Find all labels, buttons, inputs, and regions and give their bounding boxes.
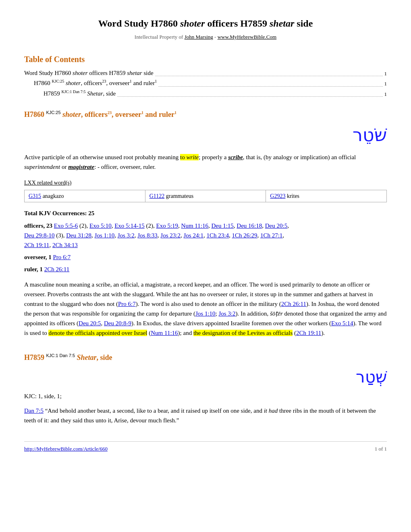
occ-ref-jos110[interactable]: Jos 1:10 xyxy=(95,232,115,239)
occ-ref-jos232[interactable]: Jos 23:2 xyxy=(160,232,181,239)
h7860-body2: A masculine noun meaning a scribe, an of… xyxy=(24,280,387,338)
occ-ref-jos833[interactable]: Jos 8:33 xyxy=(137,232,158,239)
dan-italic: it had xyxy=(264,407,278,414)
body2-highlight1: denote the officials appointed over Isra… xyxy=(48,330,147,336)
title-part2: officers H7859 xyxy=(205,18,270,29)
body2-ref-pro67[interactable]: Pro 6:7 xyxy=(118,301,136,307)
occurrences-block: officers, 23 Exo 5:5-6 (2), Exo 5:10, Ex… xyxy=(24,221,387,274)
body1-text4: or xyxy=(60,164,68,170)
occ-ref-2ch3413[interactable]: 2Ch 34:13 xyxy=(52,242,78,248)
h7860-suffix: , officers xyxy=(81,110,108,118)
occ-ref-jos32[interactable]: Jos 3:2 xyxy=(118,232,135,239)
occ-ref-deu2981[interactable]: Deu 29:8-10 xyxy=(24,232,54,239)
occ-overseer-line: overseer, 1 Pro 6:7 xyxy=(24,252,387,262)
h7860-prefix: H7860 xyxy=(24,110,46,118)
subtitle: Intellectual Property of John Marsing - … xyxy=(24,33,387,41)
occ-ruler-line: ruler, 1 2Ch 26:11 xyxy=(24,264,387,274)
occ-officers-line: officers, 23 Exo 5:5-6 (2), Exo 5:10, Ex… xyxy=(24,221,387,250)
body2-ref-jos32[interactable]: Jos 3:2 xyxy=(219,310,236,317)
lxx-label: LXX related word(s) xyxy=(24,180,71,186)
occ-ref-pro67[interactable]: Pro 6:7 xyxy=(53,254,71,260)
body1-italic: superintendent xyxy=(24,164,60,170)
h7859-section: H7859 KJC:1 Dan 7:5 Shetar, side שְׁטַר … xyxy=(24,352,387,425)
occ-ref-2ch2611[interactable]: 2Ch 26:11 xyxy=(44,266,69,272)
lxx-link-2[interactable]: G1122 xyxy=(149,193,165,199)
body2-ref-2ch2611[interactable]: 2Ch 26:11 xyxy=(281,301,306,307)
h7859-sup: KJC:1 Dan 7:5 xyxy=(46,353,75,358)
author-link[interactable]: John Marsing xyxy=(185,34,213,40)
lxx-cell-3: G2923 krites xyxy=(266,190,387,202)
occ-ref-deu3128[interactable]: Deu 31:28 xyxy=(66,232,91,239)
occ-ref-jos241[interactable]: Jos 24:1 xyxy=(183,232,203,239)
occ-ref-deu205[interactable]: Deu 20:5 xyxy=(265,222,287,229)
h7860-hebrew: שֹׁטֵר xyxy=(24,122,387,148)
toc-num-1: 1 xyxy=(384,70,387,78)
toc-fill-3 xyxy=(117,96,382,97)
h7859-dan: Dan 7:5 “And behold another beast, a sec… xyxy=(24,406,387,425)
lxx-link-3[interactable]: G2923 xyxy=(270,193,285,199)
body1-scribe: scribe xyxy=(228,154,243,160)
body2-ref-2ch1911[interactable]: 2Ch 19:11 xyxy=(296,330,321,336)
occ-overseer-label: overseer, 1 xyxy=(24,254,52,260)
body1-magistrate: magistrate xyxy=(68,164,94,170)
body1-highlight1: to write xyxy=(180,154,199,160)
occ-ref-1ch2629[interactable]: 1Ch 26:29 xyxy=(232,232,257,239)
footer: http://MyHebrewBible.com/Article/660 1 o… xyxy=(24,441,387,453)
toc-label-3: H7859 KJC:1 Dan 7:5 Shetar, side xyxy=(44,89,116,98)
h7860-suffix2: , overseer xyxy=(112,110,141,118)
h7859-prefix: H7859 xyxy=(24,353,46,362)
h7860-body1: Active participle of an otherwise unused… xyxy=(24,152,387,172)
occ-ref-1ch271[interactable]: 1Ch 27:1 xyxy=(260,232,282,239)
h7860-sup4: 1 xyxy=(174,110,176,115)
h7859-heading: H7859 KJC:1 Dan 7:5 Shetar, side xyxy=(24,352,387,363)
h7860-heading: H7860 KJC:25 shoter, officers23, oversee… xyxy=(24,109,387,120)
occ-ref-deu115[interactable]: Deu 1:15 xyxy=(211,222,233,229)
lxx-row: G315 anagkazo G1122 grammateus G2923 kri… xyxy=(25,190,387,202)
toc-label-1: Word Study H7860 shoter officers H7859 s… xyxy=(24,69,154,78)
h7859-italic: Shetar xyxy=(77,353,97,362)
lxx-section: LXX related word(s) xyxy=(24,178,387,187)
page-title: Word Study H7860 shoter officers H7859 s… xyxy=(24,16,387,31)
lxx-link-1[interactable]: G315 xyxy=(29,193,41,199)
occ-ref-deu1618[interactable]: Deu 16:18 xyxy=(237,222,262,229)
occ-ref-exo510[interactable]: Exo 5:10 xyxy=(89,222,112,229)
dan-ref-link[interactable]: Dan 7:5 xyxy=(24,407,44,414)
h7860-section: H7860 KJC:25 shoter, officers23, oversee… xyxy=(24,109,387,338)
occ-ref-exo5145[interactable]: Exo 5:14-15 xyxy=(114,222,145,229)
h7860-sup1: KJC:25 xyxy=(46,110,61,115)
occ-ref-num1116[interactable]: Num 11:16 xyxy=(181,222,208,229)
occ-ref-1ch234[interactable]: 1Ch 23:4 xyxy=(207,232,229,239)
dan-quote: “And behold another beast, a second, lik… xyxy=(45,407,264,414)
h7860-sup2: 23 xyxy=(108,110,112,115)
h7860-suffix3: and ruler xyxy=(143,110,174,118)
body2-ref-jos110[interactable]: Jos 1:10 xyxy=(195,310,216,317)
h7859-kjc-text: KJC: 1, side, 1; xyxy=(24,393,62,399)
body1-text2: ; properly a xyxy=(199,154,228,160)
occ-ruler-label: ruler, 1 xyxy=(24,266,43,272)
body2-ref-deu205[interactable]: Deu 20:5 xyxy=(79,320,101,326)
body1-text1: Active participle of an otherwise unused… xyxy=(24,154,180,160)
body2-ref-deu2089[interactable]: Deu 20:8-9 xyxy=(104,320,131,326)
body2-ref-num1116[interactable]: Num 11:16 xyxy=(151,330,178,336)
title-italic2: shetar xyxy=(270,18,294,29)
lxx-cell-1: G315 anagkazo xyxy=(25,190,145,202)
toc-section: Table of Contents Word Study H7860 shote… xyxy=(24,53,387,98)
toc-row-3: H7859 KJC:1 Dan 7:5 Shetar, side 1 xyxy=(24,89,387,98)
total-kjv-label: Total KJV Occurrences: 25 xyxy=(24,210,94,216)
occ-ref-exo519[interactable]: Exo 5:19 xyxy=(156,222,178,229)
lxx-table: G315 anagkazo G1122 grammateus G2923 kri… xyxy=(24,190,387,202)
occ-ref-2ch1911[interactable]: 2Ch 19:11 xyxy=(24,242,49,248)
footer-link[interactable]: http://MyHebrewBible.com/Article/660 xyxy=(24,445,108,453)
toc-fill-1 xyxy=(155,76,383,76)
occ-officers-label: officers, 23 xyxy=(24,222,52,229)
occ-ref-exo55[interactable]: Exo 5:5-6 xyxy=(54,222,78,229)
lxx-cell-2: G1122 grammateus xyxy=(145,190,266,202)
website-link[interactable]: www.MyHebrewBible.Com xyxy=(218,34,276,40)
title-part3: side xyxy=(294,18,313,29)
h7859-kjc: KJC: 1, side, 1; xyxy=(24,391,387,401)
body2-ref-exo514[interactable]: Exo 5:14 xyxy=(331,320,353,326)
toc-fill-2 xyxy=(158,86,382,87)
toc-num-2: 1 xyxy=(384,80,387,88)
total-kjv: Total KJV Occurrences: 25 xyxy=(24,209,387,218)
toc-heading: Table of Contents xyxy=(24,53,387,65)
